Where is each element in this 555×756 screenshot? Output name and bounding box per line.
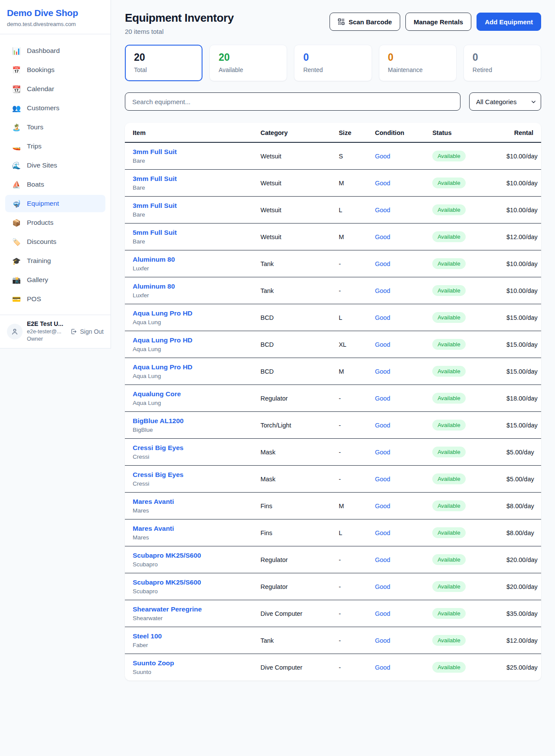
table-row: Mares Avanti Mares Fins M Good Available… (125, 493, 541, 519)
sidebar-item-label: Equipment (27, 200, 59, 207)
item-name-link[interactable]: Mares Avanti (133, 525, 245, 532)
item-name-link[interactable]: 5mm Full Suit (133, 229, 245, 237)
item-cell: Scubapro MK25/S600 Scubapro (125, 573, 253, 600)
sidebar-item[interactable]: 📊 Dashboard (5, 42, 105, 59)
item-name-link[interactable]: 3mm Full Suit (133, 202, 245, 210)
sidebar-item-label: Tours (27, 123, 43, 131)
sidebar-item[interactable]: 📸 Gallery (5, 271, 105, 289)
sidebar-item[interactable]: 👥 Customers (5, 99, 105, 117)
sidebar-item[interactable]: 📆 Calendar (5, 80, 105, 98)
sidebar-item[interactable]: 🏝️ Tours (5, 118, 105, 136)
item-name-link[interactable]: Scubapro MK25/S600 (133, 552, 245, 559)
rental-cell: $10.00/day (499, 250, 541, 277)
rental-cell: $8.00/day (499, 519, 541, 546)
condition-link[interactable]: Good (375, 556, 390, 563)
sidebar-item[interactable]: 🚤 Trips (5, 138, 105, 155)
stat-card[interactable]: 0 Retired (464, 45, 541, 81)
item-name-link[interactable]: Aqua Lung Pro HD (133, 336, 245, 344)
item-name-link[interactable]: Scubapro MK25/S600 (133, 579, 245, 586)
sidebar-item-icon: 📆 (12, 85, 21, 93)
item-name-link[interactable]: 3mm Full Suit (133, 148, 245, 156)
avatar (7, 324, 23, 339)
item-name-link[interactable]: Aluminum 80 (133, 256, 245, 263)
manage-rentals-button[interactable]: Manage Rentals (405, 13, 471, 31)
search-input[interactable] (125, 92, 460, 111)
sidebar-item[interactable]: 📦 Products (5, 214, 105, 231)
stat-card[interactable]: 20 Available (209, 45, 287, 81)
scan-barcode-button[interactable]: Scan Barcode (330, 13, 400, 31)
item-name-link[interactable]: Aqua Lung Pro HD (133, 363, 245, 371)
status-cell: Available (424, 142, 499, 170)
sidebar-item[interactable]: 🎓 Training (5, 252, 105, 270)
condition-link[interactable]: Good (375, 583, 390, 590)
item-name-link[interactable]: Mares Avanti (133, 498, 245, 506)
status-cell: Available (424, 197, 499, 224)
status-badge: Available (432, 662, 466, 673)
status-badge: Available (432, 447, 466, 457)
condition-link[interactable]: Good (375, 341, 390, 348)
status-badge: Available (432, 258, 466, 269)
condition-link[interactable]: Good (375, 503, 390, 509)
sidebar-item[interactable]: 💳 POS (5, 290, 105, 308)
item-name-link[interactable]: 3mm Full Suit (133, 175, 245, 183)
item-name-link[interactable]: Shearwater Peregrine (133, 605, 245, 613)
stat-card[interactable]: 0 Maintenance (379, 45, 457, 81)
item-name-link[interactable]: BigBlue AL1200 (133, 417, 245, 425)
condition-link[interactable]: Good (375, 449, 390, 456)
rental-cell: $12.00/day (499, 224, 541, 250)
item-cell: 3mm Full Suit Bare (125, 197, 253, 224)
item-brand: Scubapro (133, 588, 245, 595)
add-equipment-label: Add Equipment (485, 18, 533, 26)
condition-link[interactable]: Good (375, 664, 390, 671)
status-badge: Available (432, 177, 466, 188)
condition-link[interactable]: Good (375, 180, 390, 187)
size-cell: M (331, 224, 367, 250)
add-equipment-button[interactable]: Add Equipment (477, 13, 541, 31)
sign-out-button[interactable]: Sign Out (70, 328, 104, 335)
condition-link[interactable]: Good (375, 287, 390, 294)
condition-link[interactable]: Good (375, 260, 390, 267)
sidebar-item[interactable]: 📅 Bookings (5, 61, 105, 79)
status-badge: Available (432, 151, 466, 161)
item-cell: Aqualung Core Aqua Lung (125, 385, 253, 412)
condition-link[interactable]: Good (375, 422, 390, 429)
item-brand: Cressi (133, 480, 245, 487)
stat-card[interactable]: 0 Rented (294, 45, 372, 81)
sidebar-item[interactable]: 🌊 Dive Sites (5, 157, 105, 174)
item-name-link[interactable]: Steel 100 (133, 632, 245, 640)
scan-barcode-label: Scan Barcode (349, 18, 392, 26)
item-cell: Shearwater Peregrine Shearwater (125, 600, 253, 627)
condition-link[interactable]: Good (375, 368, 390, 375)
item-name-link[interactable]: Cressi Big Eyes (133, 444, 245, 452)
size-cell: S (331, 142, 367, 170)
category-filter-select[interactable]: All Categories (469, 92, 541, 111)
item-name-link[interactable]: Suunto Zoop (133, 659, 245, 667)
condition-link[interactable]: Good (375, 395, 390, 402)
table-row: Scubapro MK25/S600 Scubapro Regulator - … (125, 546, 541, 573)
condition-link[interactable]: Good (375, 637, 390, 644)
item-name-link[interactable]: Aqualung Core (133, 390, 245, 398)
item-cell: BigBlue AL1200 BigBlue (125, 412, 253, 439)
item-brand: Suunto (133, 669, 245, 675)
condition-link[interactable]: Good (375, 153, 390, 160)
sidebar-item[interactable]: ⛵ Boats (5, 176, 105, 193)
sidebar-item[interactable]: 🤿 Equipment (5, 195, 105, 212)
item-name-link[interactable]: Aluminum 80 (133, 283, 245, 290)
condition-link[interactable]: Good (375, 314, 390, 321)
condition-link[interactable]: Good (375, 610, 390, 617)
rental-cell: $5.00/day (499, 466, 541, 493)
stat-card[interactable]: 20 Total (125, 45, 202, 81)
rental-cell: $15.00/day (499, 358, 541, 385)
condition-link[interactable]: Good (375, 233, 390, 240)
user-icon (11, 328, 19, 335)
rental-cell: $15.00/day (499, 412, 541, 439)
condition-link[interactable]: Good (375, 476, 390, 483)
sidebar-item-label: Customers (27, 104, 59, 112)
item-name-link[interactable]: Aqua Lung Pro HD (133, 309, 245, 317)
item-name-link[interactable]: Cressi Big Eyes (133, 471, 245, 479)
item-cell: Aqua Lung Pro HD Aqua Lung (125, 358, 253, 385)
sidebar-item[interactable]: 🏷️ Discounts (5, 233, 105, 250)
condition-link[interactable]: Good (375, 207, 390, 214)
condition-link[interactable]: Good (375, 529, 390, 536)
category-cell: Dive Computer (253, 600, 331, 627)
